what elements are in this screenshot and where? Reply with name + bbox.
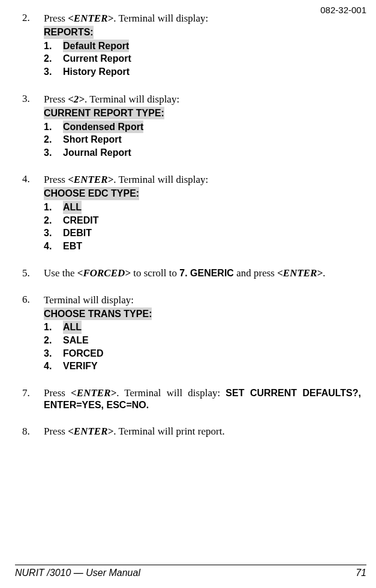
item-num: 1. [44,40,63,53]
step-body: Press <ENTER>. Terminal will display: RE… [44,12,361,79]
terminal-prompt: REPORTS: [44,26,94,39]
key-2: <2> [68,94,85,105]
item-num: 3. [44,146,63,159]
step-number: 8. [22,426,44,438]
step-body: Press <ENTER>. Terminal will display: CH… [44,173,361,252]
step-number: 6. [22,294,44,373]
text: . Terminal will print report. [113,426,224,437]
item-num: 2. [44,214,63,227]
item-num: 4. [44,240,63,253]
doc-number: 082-32-001 [320,5,366,15]
page-number: 71 [356,568,366,578]
step-7: 7. Press <ENTER>. Terminal will display:… [22,387,361,411]
item-label: DEBIT [63,227,92,240]
item-num: 1. [44,120,63,134]
item-label: Current Report [63,52,131,65]
item-num: 2. [44,52,63,65]
step-body: Terminal will display: CHOOSE TRANS TYPE… [44,294,361,373]
item-label: Short Report [63,133,122,146]
key-enter: <ENTER> [68,426,113,437]
step-body: Use the <FORCED> to scroll to 7. GENERIC… [44,267,361,279]
key-enter: <ENTER> [277,267,323,279]
page-content: 2. Press <ENTER>. Terminal will display:… [22,12,361,438]
item-num: 3. [44,227,63,240]
text: . Terminal will display: [85,94,179,105]
footer-title: NURIT /3010 — User Manual [15,568,140,578]
item-label: ALL [63,201,82,214]
text: to scroll to [131,267,179,279]
item-label: Default Report [63,40,129,53]
text: and press [234,267,277,279]
text: . Terminal will display: [116,387,225,399]
step-8: 8. Press <ENTER>. Terminal will print re… [22,426,361,438]
item-label: FORCED [63,347,104,360]
item-num: 3. [44,347,63,360]
step-number: 3. [22,93,44,159]
step-6: 6. Terminal will display: CHOOSE TRANS T… [22,294,361,373]
item-label: SALE [63,334,89,347]
step-number: 7. [22,387,44,411]
item-num: 1. [44,201,63,214]
terminal-prompt: CURRENT REPORT TYPE: [44,107,164,120]
bold-text: 7. GENERIC [179,268,234,278]
text: Press [44,426,68,437]
key-enter: <ENTER> [68,13,113,24]
text: Press [44,94,68,105]
key-enter: <ENTER> [68,174,113,185]
terminal-prompt: CHOOSE EDC TYPE: [44,187,139,200]
text: Press [44,387,71,399]
step-body: Press <ENTER>. Terminal will print repor… [44,426,361,438]
item-label: EBT [63,240,82,253]
item-num: 2. [44,334,63,347]
item-label: ALL [63,321,82,334]
text: . Terminal will display: [113,13,208,24]
page-footer: NURIT /3010 — User Manual 71 [15,565,366,578]
item-num: 3. [44,65,63,79]
step-4: 4. Press <ENTER>. Terminal will display:… [22,173,361,252]
step-3: 3. Press <2>. Terminal will display: CUR… [22,93,361,159]
terminal-prompt: CHOOSE TRANS TYPE: [44,307,152,321]
text: Press [44,13,68,24]
step-body: Press <2>. Terminal will display: CURREN… [44,93,361,159]
text: Use the [44,267,77,279]
step-2: 2. Press <ENTER>. Terminal will display:… [22,12,361,79]
step-number: 2. [22,12,44,79]
step-body: Press <ENTER>. Terminal will display: SE… [44,387,361,411]
key-enter: <ENTER> [71,387,116,399]
text: . Terminal will display: [113,174,208,185]
text: Press [44,174,68,185]
item-num: 2. [44,133,63,146]
text: . [323,267,325,279]
key-forced: <FORCED> [77,267,131,279]
step-5: 5. Use the <FORCED> to scroll to 7. GENE… [22,267,361,279]
item-label: Journal Report [63,146,131,159]
item-label: VERIFY [63,360,98,373]
step-number: 5. [22,267,44,279]
text: Terminal will display: [44,294,134,306]
item-label: CREDIT [63,214,99,227]
item-label: Condensed Rport [63,120,143,134]
step-number: 4. [22,173,44,252]
item-label: History Report [63,65,130,79]
item-num: 1. [44,321,63,334]
item-num: 4. [44,360,63,373]
